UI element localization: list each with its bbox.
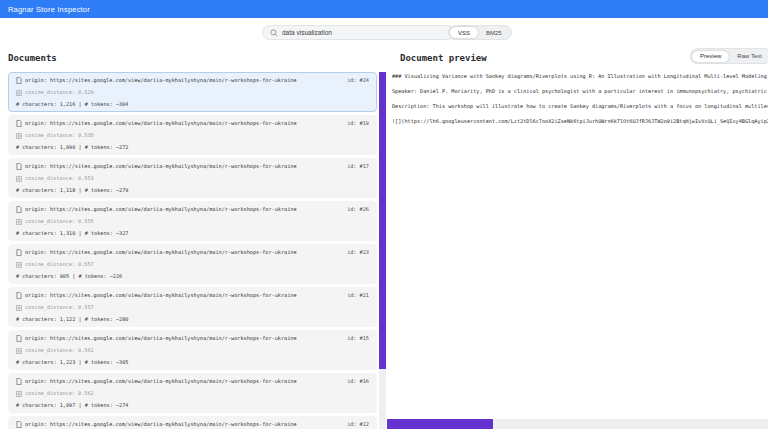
cosine-distance: cosine_distance: 0.529 (25, 89, 94, 96)
characters-tokens: # characters: 905 | # tokens: ~226 (16, 273, 369, 280)
document-id: id: #21 (347, 292, 369, 299)
document-icon (16, 378, 22, 385)
document-icon (16, 163, 22, 170)
document-icon (16, 77, 22, 84)
document-card[interactable]: origin: https://sites.google.com/view/da… (8, 373, 377, 413)
document-card[interactable]: origin: https://sites.google.com/view/da… (8, 287, 377, 327)
document-id: id: #19 (347, 120, 369, 127)
document-icon (16, 421, 22, 428)
cosine-distance: cosine_distance: 0.535 (25, 132, 94, 139)
document-card[interactable]: origin: https://sites.google.com/view/da… (8, 416, 377, 429)
preview-line: ### Visualizing Variance with Sankey dia… (392, 69, 768, 84)
document-card[interactable]: origin: https://sites.google.com/view/da… (8, 244, 377, 284)
grid-icon (16, 262, 22, 268)
origin-label: origin: (25, 163, 47, 170)
cosine-distance: cosine_distance: 0.557 (25, 304, 94, 311)
characters-tokens: # characters: 1,090 | # tokens: ~272 (16, 144, 369, 151)
preview-line: Description: This workshop will illustra… (392, 99, 768, 114)
view-option-rawtext[interactable]: Raw Text (729, 51, 768, 62)
grid-icon (16, 219, 22, 225)
document-id: id: #24 (347, 77, 369, 84)
document-card[interactable]: origin: https://sites.google.com/view/da… (8, 201, 377, 241)
grid-icon (16, 305, 22, 311)
documents-scrollbar-thumb[interactable] (379, 72, 386, 369)
preview-line: ![](https://lh6.googleusercontent.com/Lz… (392, 114, 768, 129)
document-card[interactable]: origin: https://sites.google.com/view/da… (8, 115, 377, 155)
document-icon (16, 249, 22, 256)
app-header: Ragnar Store Inspector (0, 0, 768, 18)
preview-line: Speaker: Daniel P. Moriarity, PhD is a c… (392, 84, 768, 99)
origin-label: origin: (25, 77, 47, 84)
document-icon (16, 335, 22, 342)
cosine-distance: cosine_distance: 0.553 (25, 175, 94, 182)
preview-hscrollbar[interactable] (387, 419, 768, 429)
origin-value: https://sites.google.com/view/dariia-myk… (50, 206, 297, 213)
origin-label: origin: (25, 249, 47, 256)
origin-label: origin: (25, 421, 47, 428)
document-id: id: #26 (347, 206, 369, 213)
preview-hscrollbar-thumb[interactable] (387, 419, 493, 429)
document-id: id: #23 (347, 249, 369, 256)
document-id: id: #17 (347, 163, 369, 170)
search-mode-toggle: VSS BM25 (448, 25, 512, 40)
grid-icon (16, 348, 22, 354)
search-icon (270, 29, 278, 37)
search-input[interactable] (282, 29, 447, 36)
search-bar[interactable] (262, 25, 455, 40)
documents-scrollbar[interactable] (379, 72, 386, 429)
origin-value: https://sites.google.com/view/dariia-myk… (50, 77, 297, 84)
document-card[interactable]: origin: https://sites.google.com/view/da… (8, 158, 377, 198)
characters-tokens: # characters: 1,216 | # tokens: ~304 (16, 101, 369, 108)
origin-value: https://sites.google.com/view/dariia-myk… (50, 249, 297, 256)
origin-label: origin: (25, 206, 47, 213)
documents-heading: Documents (8, 53, 57, 63)
characters-tokens: # characters: 1,310 | # tokens: ~327 (16, 230, 369, 237)
cosine-distance: cosine_distance: 0.562 (25, 390, 94, 397)
mode-option-bm25[interactable]: BM25 (478, 27, 510, 38)
document-icon (16, 206, 22, 213)
document-icon (16, 120, 22, 127)
document-icon (16, 292, 22, 299)
preview-heading: Document preview (400, 53, 487, 63)
origin-label: origin: (25, 292, 47, 299)
origin-label: origin: (25, 335, 47, 342)
grid-icon (16, 176, 22, 182)
origin-value: https://sites.google.com/view/dariia-myk… (50, 378, 297, 385)
grid-icon (16, 391, 22, 397)
document-id: id: #15 (347, 335, 369, 342)
cosine-distance: cosine_distance: 0.557 (25, 261, 94, 268)
cosine-distance: cosine_distance: 0.561 (25, 347, 94, 354)
mode-option-vss[interactable]: VSS (450, 27, 478, 38)
origin-value: https://sites.google.com/view/dariia-myk… (50, 292, 297, 299)
document-card[interactable]: origin: https://sites.google.com/view/da… (8, 72, 377, 112)
origin-value: https://sites.google.com/view/dariia-myk… (50, 163, 297, 170)
origin-label: origin: (25, 378, 47, 385)
app-root: Ragnar Store Inspector VSS BM25 Document… (0, 0, 768, 429)
view-option-preview[interactable]: Preview (692, 51, 729, 62)
preview-view-toggle: Preview Raw Text (690, 48, 768, 64)
document-id: id: #22 (347, 421, 369, 428)
characters-tokens: # characters: 1,223 | # tokens: ~305 (16, 359, 369, 366)
characters-tokens: # characters: 1,118 | # tokens: ~279 (16, 187, 369, 194)
app-title: Ragnar Store Inspector (8, 5, 90, 14)
grid-icon (16, 133, 22, 139)
characters-tokens: # characters: 1,097 | # tokens: ~274 (16, 402, 369, 409)
grid-icon (16, 90, 22, 96)
origin-value: https://sites.google.com/view/dariia-myk… (50, 335, 297, 342)
cosine-distance: cosine_distance: 0.555 (25, 218, 94, 225)
origin-value: https://sites.google.com/view/dariia-myk… (50, 120, 297, 127)
documents-list: origin: https://sites.google.com/view/da… (8, 72, 377, 429)
preview-panel: ### Visualizing Variance with Sankey dia… (392, 69, 768, 417)
origin-label: origin: (25, 120, 47, 127)
characters-tokens: # characters: 1,122 | # tokens: ~280 (16, 316, 369, 323)
origin-value: https://sites.google.com/view/dariia-myk… (50, 421, 297, 428)
document-id: id: #16 (347, 378, 369, 385)
document-card[interactable]: origin: https://sites.google.com/view/da… (8, 330, 377, 370)
